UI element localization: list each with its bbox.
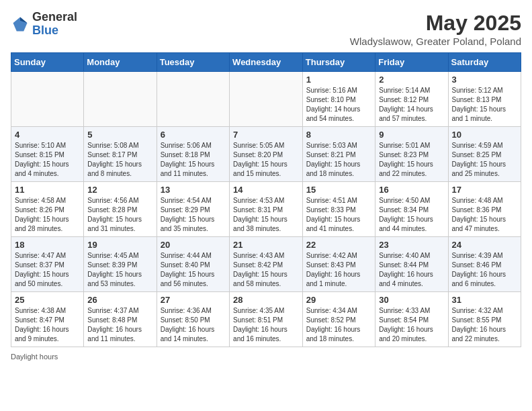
day-number: 8 [306, 130, 371, 140]
day-info: Sunrise: 4:35 AM Sunset: 8:51 PM Dayligh… [233, 306, 299, 344]
day-info: Sunrise: 4:33 AM Sunset: 8:54 PM Dayligh… [379, 306, 444, 344]
day-number: 6 [161, 130, 226, 140]
calendar-cell: 30Sunrise: 4:33 AM Sunset: 8:54 PM Dayli… [375, 292, 448, 347]
calendar-cell: 11Sunrise: 4:58 AM Sunset: 8:26 PM Dayli… [11, 182, 84, 237]
calendar-cell: 5Sunrise: 5:08 AM Sunset: 8:17 PM Daylig… [84, 127, 157, 182]
calendar-cell: 13Sunrise: 4:54 AM Sunset: 8:29 PM Dayli… [157, 182, 229, 237]
calendar-cell: 17Sunrise: 4:48 AM Sunset: 8:36 PM Dayli… [448, 182, 521, 237]
calendar-cell: 21Sunrise: 4:43 AM Sunset: 8:42 PM Dayli… [230, 237, 303, 292]
day-number: 1 [306, 75, 371, 85]
calendar-cell: 22Sunrise: 4:42 AM Sunset: 8:43 PM Dayli… [302, 237, 375, 292]
calendar-cell: 9Sunrise: 5:01 AM Sunset: 8:23 PM Daylig… [375, 127, 448, 182]
logo-general-text: General [32, 11, 77, 24]
day-info: Sunrise: 4:38 AM Sunset: 8:47 PM Dayligh… [15, 306, 80, 344]
day-number: 23 [379, 240, 444, 250]
calendar-week-4: 18Sunrise: 4:47 AM Sunset: 8:37 PM Dayli… [11, 237, 521, 292]
day-number: 2 [379, 75, 444, 85]
day-info: Sunrise: 4:44 AM Sunset: 8:40 PM Dayligh… [161, 251, 226, 289]
day-info: Sunrise: 4:36 AM Sunset: 8:50 PM Dayligh… [161, 306, 226, 344]
day-info: Sunrise: 5:14 AM Sunset: 8:12 PM Dayligh… [379, 86, 444, 124]
day-number: 21 [233, 240, 299, 250]
logo-blue-text: Blue [32, 24, 77, 38]
calendar-cell: 2Sunrise: 5:14 AM Sunset: 8:12 PM Daylig… [375, 72, 448, 127]
calendar-week-2: 4Sunrise: 5:10 AM Sunset: 8:15 PM Daylig… [11, 127, 521, 182]
day-info: Sunrise: 4:42 AM Sunset: 8:43 PM Dayligh… [306, 251, 371, 289]
calendar-cell: 10Sunrise: 4:59 AM Sunset: 8:25 PM Dayli… [448, 127, 521, 182]
day-number: 19 [87, 240, 152, 250]
calendar-cell [230, 72, 303, 127]
day-info: Sunrise: 4:56 AM Sunset: 8:28 PM Dayligh… [87, 196, 152, 234]
calendar-week-5: 25Sunrise: 4:38 AM Sunset: 8:47 PM Dayli… [11, 292, 521, 347]
day-info: Sunrise: 5:10 AM Sunset: 8:15 PM Dayligh… [15, 141, 80, 179]
day-number: 22 [306, 240, 371, 250]
day-info: Sunrise: 5:16 AM Sunset: 8:10 PM Dayligh… [306, 86, 371, 124]
calendar-cell: 8Sunrise: 5:03 AM Sunset: 8:21 PM Daylig… [302, 127, 375, 182]
day-number: 11 [15, 185, 80, 195]
day-number: 28 [233, 295, 299, 305]
calendar-cell: 7Sunrise: 5:05 AM Sunset: 8:20 PM Daylig… [230, 127, 303, 182]
day-info: Sunrise: 5:06 AM Sunset: 8:18 PM Dayligh… [161, 141, 226, 179]
day-info: Sunrise: 4:40 AM Sunset: 8:44 PM Dayligh… [379, 251, 444, 289]
calendar-cell: 14Sunrise: 4:53 AM Sunset: 8:31 PM Dayli… [230, 182, 303, 237]
logo-text: General Blue [32, 11, 77, 38]
day-info: Sunrise: 4:37 AM Sunset: 8:48 PM Dayligh… [87, 306, 152, 344]
day-number: 16 [379, 185, 444, 195]
day-number: 18 [15, 240, 80, 250]
day-number: 29 [306, 295, 371, 305]
col-header-saturday: Saturday [448, 53, 521, 72]
day-number: 13 [161, 185, 226, 195]
daylight-hours-label: Daylight hours [11, 353, 58, 361]
day-info: Sunrise: 4:43 AM Sunset: 8:42 PM Dayligh… [233, 251, 299, 289]
day-info: Sunrise: 4:48 AM Sunset: 8:36 PM Dayligh… [452, 196, 518, 234]
logo: General Blue [11, 11, 77, 38]
day-info: Sunrise: 4:45 AM Sunset: 8:39 PM Dayligh… [87, 251, 152, 289]
calendar-cell: 31Sunrise: 4:32 AM Sunset: 8:55 PM Dayli… [448, 292, 521, 347]
day-info: Sunrise: 4:47 AM Sunset: 8:37 PM Dayligh… [15, 251, 80, 289]
day-number: 26 [87, 295, 152, 305]
day-number: 27 [161, 295, 226, 305]
calendar-cell [157, 72, 229, 127]
calendar-cell: 18Sunrise: 4:47 AM Sunset: 8:37 PM Dayli… [11, 237, 84, 292]
day-number: 30 [379, 295, 444, 305]
day-info: Sunrise: 5:01 AM Sunset: 8:23 PM Dayligh… [379, 141, 444, 179]
day-number: 3 [452, 75, 518, 85]
col-header-monday: Monday [84, 53, 157, 72]
day-info: Sunrise: 4:59 AM Sunset: 8:25 PM Dayligh… [452, 141, 518, 179]
day-info: Sunrise: 4:34 AM Sunset: 8:52 PM Dayligh… [306, 306, 371, 344]
calendar-cell: 6Sunrise: 5:06 AM Sunset: 8:18 PM Daylig… [157, 127, 229, 182]
calendar-cell: 16Sunrise: 4:50 AM Sunset: 8:34 PM Dayli… [375, 182, 448, 237]
col-header-wednesday: Wednesday [230, 53, 303, 72]
col-header-friday: Friday [375, 53, 448, 72]
page-header: General Blue May 2025 Wladyslawow, Great… [11, 11, 521, 47]
calendar-cell [11, 72, 84, 127]
day-info: Sunrise: 5:08 AM Sunset: 8:17 PM Dayligh… [87, 141, 152, 179]
day-info: Sunrise: 4:58 AM Sunset: 8:26 PM Dayligh… [15, 196, 80, 234]
calendar-cell: 27Sunrise: 4:36 AM Sunset: 8:50 PM Dayli… [157, 292, 229, 347]
calendar-cell: 24Sunrise: 4:39 AM Sunset: 8:46 PM Dayli… [448, 237, 521, 292]
day-number: 15 [306, 185, 371, 195]
day-number: 25 [15, 295, 80, 305]
calendar-cell: 3Sunrise: 5:12 AM Sunset: 8:13 PM Daylig… [448, 72, 521, 127]
day-info: Sunrise: 5:03 AM Sunset: 8:21 PM Dayligh… [306, 141, 371, 179]
calendar-cell: 4Sunrise: 5:10 AM Sunset: 8:15 PM Daylig… [11, 127, 84, 182]
calendar-header-row: SundayMondayTuesdayWednesdayThursdayFrid… [11, 53, 521, 72]
calendar-table: SundayMondayTuesdayWednesdayThursdayFrid… [11, 52, 521, 347]
day-info: Sunrise: 4:54 AM Sunset: 8:29 PM Dayligh… [161, 196, 226, 234]
calendar-cell: 19Sunrise: 4:45 AM Sunset: 8:39 PM Dayli… [84, 237, 157, 292]
day-number: 17 [452, 185, 518, 195]
day-info: Sunrise: 5:05 AM Sunset: 8:20 PM Dayligh… [233, 141, 299, 179]
calendar-week-1: 1Sunrise: 5:16 AM Sunset: 8:10 PM Daylig… [11, 72, 521, 127]
footer: Daylight hours [11, 353, 521, 361]
col-header-thursday: Thursday [302, 53, 375, 72]
day-number: 4 [15, 130, 80, 140]
calendar-cell: 29Sunrise: 4:34 AM Sunset: 8:52 PM Dayli… [302, 292, 375, 347]
day-number: 7 [233, 130, 299, 140]
month-title: May 2025 [350, 11, 521, 36]
col-header-tuesday: Tuesday [157, 53, 229, 72]
calendar-cell: 15Sunrise: 4:51 AM Sunset: 8:33 PM Dayli… [302, 182, 375, 237]
calendar-cell: 20Sunrise: 4:44 AM Sunset: 8:40 PM Dayli… [157, 237, 229, 292]
calendar-cell: 23Sunrise: 4:40 AM Sunset: 8:44 PM Dayli… [375, 237, 448, 292]
calendar-cell: 25Sunrise: 4:38 AM Sunset: 8:47 PM Dayli… [11, 292, 84, 347]
calendar-cell: 12Sunrise: 4:56 AM Sunset: 8:28 PM Dayli… [84, 182, 157, 237]
calendar-cell: 26Sunrise: 4:37 AM Sunset: 8:48 PM Dayli… [84, 292, 157, 347]
